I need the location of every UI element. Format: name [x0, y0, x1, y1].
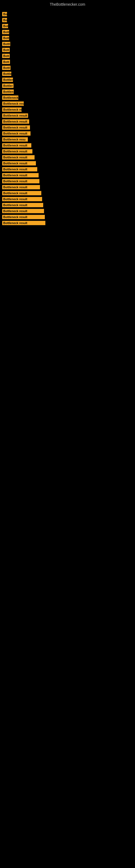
- bar-row: Bottleneck result: [2, 125, 133, 130]
- bar-row: Bo: [2, 18, 133, 22]
- bar-row: Bottler: [2, 84, 133, 88]
- bar-label: Bott: [2, 60, 10, 64]
- bar-row: Bottleneck result: [2, 155, 133, 159]
- bar-row: Bot: [2, 24, 133, 28]
- bar-label: Bottlen: [2, 90, 14, 94]
- bar-label: Bott: [2, 36, 9, 40]
- bar-label: Bottleneck r: [2, 95, 18, 100]
- bar-label: Bottleneck result: [2, 203, 43, 207]
- bar-row: Bottl: [2, 66, 133, 70]
- bar-row: Bott: [2, 54, 133, 58]
- bar-label: Bot: [2, 24, 8, 28]
- bar-label: Bott: [2, 54, 10, 58]
- bar-row: Bottleneck result: [2, 131, 133, 135]
- bar-row: Bottlen: [2, 90, 133, 94]
- bar-row: Bott: [2, 60, 133, 64]
- bar-label: Bottleneck re: [2, 107, 21, 112]
- bar-label: Bottleneck result: [2, 179, 39, 183]
- bar-row: Bottleneck result: [2, 203, 133, 207]
- bar-label: Bottleneck result: [2, 143, 31, 148]
- bar-row: Bottleneck result: [2, 197, 133, 201]
- bar-row: Bottleneck re: [2, 107, 133, 112]
- bar-row: Bott: [2, 36, 133, 40]
- bar-row: Bottleneck result: [2, 149, 133, 154]
- bar-label: Bottleneck resu: [2, 101, 24, 106]
- bar-row: Bottleneck resu: [2, 137, 133, 142]
- bar-label: Bottlen: [2, 78, 13, 82]
- bar-row: Bottleneck result: [2, 167, 133, 172]
- bar-row: Bottleneck result: [2, 185, 133, 189]
- bar-label: Bottleneck result: [2, 113, 28, 118]
- site-title: TheBottlenecker.com: [0, 0, 135, 8]
- bar-row: Bottleneck result: [2, 119, 133, 124]
- bar-label: Bottler: [2, 84, 13, 88]
- bar-row: Bottleneck result: [2, 191, 133, 195]
- bar-label: Bott: [2, 30, 9, 34]
- bar-label: Bottleneck result: [2, 167, 37, 172]
- bar-row: Bottlen: [2, 78, 133, 82]
- bar-label: Bottleneck result: [2, 185, 40, 189]
- bar-label: Bott: [2, 48, 10, 52]
- bar-label: Bo: [2, 12, 7, 16]
- bar-label: Bottleneck result: [2, 215, 45, 219]
- bar-label: Bottleneck resu: [2, 137, 28, 142]
- bar-label: Bottleneck result: [2, 149, 32, 154]
- bar-label: Bottleneck result: [2, 197, 42, 201]
- bar-label: Bottleneck result: [2, 161, 36, 165]
- bar-label: Bottle: [2, 72, 11, 76]
- bar-row: Bottle: [2, 72, 133, 76]
- bar-row: Bott: [2, 48, 133, 52]
- bar-row: Bottleneck result: [2, 215, 133, 219]
- bar-row: Bottleneck result: [2, 113, 133, 118]
- bar-label: Bottleneck result: [2, 173, 39, 177]
- bar-label: Bottleneck result: [2, 191, 41, 195]
- bar-label: Bottleneck result: [2, 119, 29, 124]
- bars-wrapper: BoBoBotBottBottBottlBottBottBottBottlBot…: [0, 8, 135, 225]
- bar-row: Bottl: [2, 42, 133, 46]
- bar-row: Bottleneck result: [2, 209, 133, 213]
- bar-row: Bottleneck result: [2, 143, 133, 148]
- bar-label: Bottleneck result: [2, 155, 35, 159]
- bar-row: Bottleneck result: [2, 179, 133, 183]
- bar-row: Bottleneck result: [2, 221, 133, 225]
- bar-row: Bo: [2, 12, 133, 16]
- bar-label: Bo: [2, 18, 7, 22]
- bar-row: Bottleneck result: [2, 173, 133, 177]
- bar-row: Bottleneck result: [2, 161, 133, 165]
- bar-label: Bottleneck result: [2, 221, 45, 225]
- bar-row: Bottleneck resu: [2, 101, 133, 106]
- bar-label: Bottl: [2, 66, 10, 70]
- bar-row: Bottleneck r: [2, 95, 133, 100]
- bar-row: Bott: [2, 30, 133, 34]
- bar-label: Bottleneck result: [2, 209, 44, 213]
- bar-label: Bottleneck result: [2, 131, 31, 135]
- bar-label: Bottl: [2, 42, 10, 46]
- bar-label: Bottleneck result: [2, 125, 30, 130]
